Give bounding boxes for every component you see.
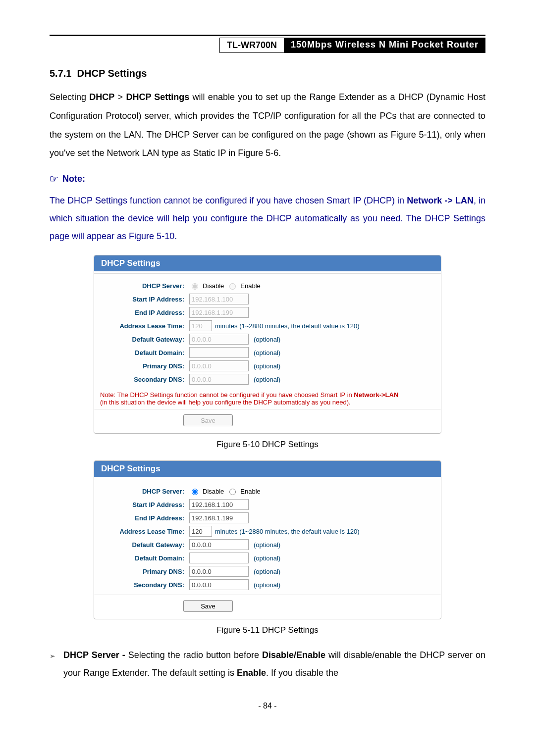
header-bar: TL-WR700N 150Mbps Wireless N Mini Pocket…	[50, 38, 485, 53]
label-lease: Address Lease Time:	[100, 322, 189, 330]
label-gateway: Default Gateway:	[100, 336, 189, 343]
label-dhcp-server: DHCP Server:	[100, 488, 189, 495]
panel-footer: Save	[94, 595, 441, 619]
input-sdns[interactable]	[189, 374, 249, 385]
text: . If you disable the	[266, 668, 338, 678]
text-bold: DHCP	[89, 92, 114, 102]
panel-title: DHCP Settings	[94, 255, 441, 271]
pointing-hand-icon: ☞	[50, 173, 58, 185]
bullet-dhcp-server: ➢ DHCP Server - Selecting the radio butt…	[50, 646, 485, 682]
label-pdns: Primary DNS:	[100, 362, 189, 370]
save-button[interactable]: Save	[183, 414, 233, 426]
text: Selecting the radio button before	[128, 650, 262, 660]
input-start-ip[interactable]	[189, 294, 249, 304]
text-bold: DHCP Settings	[126, 92, 189, 102]
header-rule	[50, 35, 485, 36]
optional-label: (optional)	[254, 362, 280, 370]
figure-5-11-caption: Figure 5-11 DHCP Settings	[50, 625, 485, 635]
page-number: - 84 -	[50, 702, 485, 710]
radio-disable[interactable]	[192, 489, 198, 495]
warn-text: (in this situation the device will help …	[100, 399, 351, 406]
bullet-icon: ➢	[50, 646, 55, 682]
save-button[interactable]: Save	[183, 600, 233, 612]
intro-paragraph: Selecting DHCP > DHCP Settings will enab…	[50, 88, 485, 163]
lease-hint: minutes (1~2880 minutes, the default val…	[215, 528, 360, 535]
label-end-ip: End IP Address:	[100, 514, 189, 522]
input-end-ip[interactable]	[189, 512, 249, 523]
dhcp-settings-panel-disabled: DHCP Settings DHCP Server: Disable Enabl…	[94, 255, 441, 434]
input-sdns[interactable]	[189, 579, 249, 590]
text-bold: Disable/Enable	[262, 650, 325, 660]
radio-enable[interactable]	[229, 489, 236, 495]
warn-bold: Network->LAN	[354, 391, 398, 399]
text: >	[114, 92, 126, 102]
figure-5-10: DHCP Settings DHCP Server: Disable Enabl…	[50, 255, 485, 434]
label-start-ip: Start IP Address:	[100, 296, 189, 303]
section-name: DHCP Settings	[77, 68, 147, 79]
optional-label: (optional)	[254, 376, 280, 383]
note-paragraph: The DHCP Settings function cannot be con…	[50, 192, 485, 245]
section-title: 5.7.1 DHCP Settings	[50, 68, 485, 79]
text: will enable you to set up the Range Exte…	[50, 92, 485, 158]
input-lease[interactable]	[189, 526, 212, 537]
panel-footer: Save	[94, 409, 441, 433]
header-model: TL-WR700N	[219, 38, 284, 53]
input-gateway[interactable]	[189, 539, 249, 550]
panel-warning: Note: The DHCP Settings function cannot …	[94, 389, 441, 409]
optional-label: (optional)	[254, 349, 280, 356]
header-desc: 150Mbps Wireless N Mini Pocket Router	[284, 38, 485, 53]
label-sdns: Secondary DNS:	[100, 581, 189, 589]
note-header: ☞ Note:	[50, 173, 485, 185]
input-start-ip[interactable]	[189, 499, 249, 510]
label-dhcp-server: DHCP Server:	[100, 282, 189, 290]
text: Selecting	[50, 92, 89, 102]
label-gateway: Default Gateway:	[100, 541, 189, 549]
label-end-ip: End IP Address:	[100, 309, 189, 316]
input-pdns[interactable]	[189, 360, 249, 371]
input-lease[interactable]	[189, 320, 212, 331]
warn-text: Note: The DHCP Settings function cannot …	[100, 391, 354, 399]
section-number: 5.7.1	[50, 68, 71, 79]
dhcp-settings-panel-enabled: DHCP Settings DHCP Server: Disable Enabl…	[94, 460, 441, 619]
label-domain: Default Domain:	[100, 554, 189, 562]
figure-5-10-caption: Figure 5-10 DHCP Settings	[50, 440, 485, 450]
radio-disable-label: Disable	[203, 282, 224, 290]
optional-label: (optional)	[254, 581, 280, 589]
panel-title: DHCP Settings	[94, 461, 441, 477]
optional-label: (optional)	[254, 336, 280, 343]
figure-5-11: DHCP Settings DHCP Server: Disable Enabl…	[50, 460, 485, 619]
radio-enable-label: Enable	[240, 488, 260, 495]
note-label: Note:	[62, 174, 85, 184]
radio-enable[interactable]	[229, 283, 236, 290]
label-sdns: Secondary DNS:	[100, 376, 189, 383]
radio-enable-label: Enable	[240, 282, 260, 290]
input-domain[interactable]	[189, 347, 249, 358]
label-domain: Default Domain:	[100, 349, 189, 356]
label-start-ip: Start IP Address:	[100, 501, 189, 508]
optional-label: (optional)	[254, 568, 280, 575]
radio-disable-label: Disable	[203, 488, 224, 495]
text-bold: Network -> LAN	[407, 196, 474, 205]
input-end-ip[interactable]	[189, 307, 249, 318]
input-pdns[interactable]	[189, 566, 249, 577]
input-domain[interactable]	[189, 553, 249, 563]
optional-label: (optional)	[254, 554, 280, 562]
input-gateway[interactable]	[189, 334, 249, 345]
text-bold: Enable	[237, 668, 266, 678]
label-pdns: Primary DNS:	[100, 568, 189, 575]
lease-hint: minutes (1~2880 minutes, the default val…	[215, 322, 360, 330]
text: The DHCP Settings function cannot be con…	[50, 196, 407, 205]
radio-disable[interactable]	[192, 283, 198, 290]
label-lease: Address Lease Time:	[100, 528, 189, 535]
optional-label: (optional)	[254, 541, 280, 549]
text-bold: DHCP Server -	[63, 650, 128, 660]
